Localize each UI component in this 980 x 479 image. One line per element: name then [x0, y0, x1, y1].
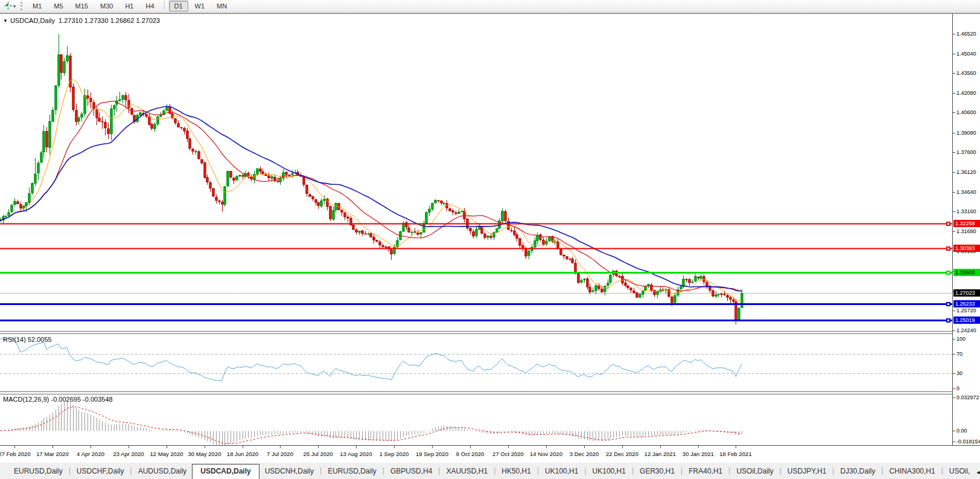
- date-axis-label: 12 Jan 2021: [644, 451, 676, 457]
- date-tick: [698, 446, 699, 448]
- chart-tab-usdcnh-daily[interactable]: USDCNH,Daily: [259, 465, 319, 479]
- date-tick: [243, 446, 243, 448]
- date-axis-label: 14 Nov 2020: [530, 451, 562, 457]
- chart-tab-eurusd-daily[interactable]: EURUSD,Daily: [8, 465, 68, 479]
- timeframe-button-m15[interactable]: M15: [70, 1, 94, 11]
- timeframe-buttons: M1M5M15M30H1H4D1W1MN: [27, 1, 233, 11]
- hline-price-tag: 1.32258: [953, 220, 980, 227]
- axis-tick: [953, 442, 955, 442]
- price-axis-label: 1.43560: [956, 70, 976, 76]
- chart-tab-dj30-daily[interactable]: DJ30,Daily: [835, 465, 880, 479]
- timeframe-button-m30[interactable]: M30: [95, 1, 118, 11]
- chart-symbol: USDCAD,Daily: [10, 17, 55, 24]
- hline-price-tag: 1.25019: [953, 317, 980, 324]
- chart-tab-usoil-[interactable]: USOil,: [944, 465, 976, 479]
- date-axis-label: 4 Apr 2020: [77, 451, 104, 457]
- axis-tick: [953, 192, 955, 193]
- chart-tab-usdcad-daily[interactable]: USDCAD,Daily: [192, 464, 259, 479]
- chart-tab-usdjpy-h1[interactable]: USDJPY,H1: [782, 465, 832, 479]
- date-tick: [622, 446, 623, 448]
- axis-tick: [953, 152, 955, 153]
- date-axis-label: 1 Sep 2020: [380, 451, 409, 457]
- price-axis-label: 1.37600: [956, 149, 976, 155]
- cursor-tool-button[interactable]: ▾: [2, 1, 18, 11]
- macd-axis-label: 0.032972: [956, 394, 979, 400]
- date-tick: [14, 446, 15, 448]
- rsi-indicator-canvas[interactable]: [0, 334, 952, 391]
- chart-window: ▼USDCAD,Daily 1.27310 1.27330 1.26862 1.…: [0, 13, 980, 462]
- date-axis-label: 19 Sep 2020: [416, 451, 448, 457]
- date-tick: [356, 446, 357, 448]
- axis-tick: [953, 397, 955, 398]
- date-axis-label: 27 Feb 2020: [0, 451, 31, 457]
- date-axis-label: 27 Oct 2020: [492, 451, 524, 457]
- axis-tick: [953, 73, 955, 74]
- axis-tick: [953, 373, 955, 374]
- rsi-axis-label: 30: [956, 370, 962, 376]
- chart-tab-eurusd-daily[interactable]: EURUSD,Daily: [322, 465, 382, 479]
- date-tick: [318, 446, 319, 448]
- chart-tab-usdchf-daily[interactable]: USDCHF,Daily: [71, 465, 130, 479]
- macd-axis-label: -0.018154: [956, 439, 980, 445]
- macd-indicator-canvas[interactable]: [0, 394, 952, 445]
- date-axis-label: 7 Jul 2020: [267, 451, 293, 457]
- axis-tick: [953, 431, 955, 431]
- chart-tab-china300-h1[interactable]: CHINA300,H1: [884, 465, 941, 479]
- rsi-axis-label: 70: [956, 351, 962, 357]
- chart-cursor-icon: [4, 2, 12, 11]
- date-tick: [736, 446, 736, 448]
- price-axis-label: 1.36120: [956, 169, 976, 175]
- chart-tab-hk50-h1[interactable]: HK50,H1: [496, 465, 536, 479]
- chart-tab-gbpusd-h4[interactable]: GBPUSD,H4: [385, 465, 438, 479]
- timeframe-button-w1[interactable]: W1: [189, 1, 211, 11]
- axis-tick: [953, 388, 955, 389]
- date-axis-label: 23 Apr 2020: [113, 451, 144, 457]
- main-price-chart-canvas[interactable]: [0, 14, 952, 331]
- chart-tab-audusd-daily[interactable]: AUDUSD,Daily: [133, 465, 192, 479]
- hline-price-tag: 1.26233: [953, 300, 980, 307]
- chart-tab-usoil-daily[interactable]: USOil,Daily: [731, 465, 778, 479]
- date-tick: [584, 446, 585, 448]
- panel-divider-rsi[interactable]: [0, 331, 952, 334]
- macd-axis-label: 0.00: [956, 428, 967, 434]
- date-axis-label: 18 Feb 2021: [719, 451, 751, 457]
- price-axis-label: 1.33160: [956, 208, 976, 214]
- axis-tick: [953, 330, 955, 331]
- axis-tick: [953, 339, 955, 339]
- axis-tick: [953, 310, 955, 311]
- price-axis-label: 1.46520: [956, 31, 976, 37]
- current-price-tag: 1.27023: [953, 289, 980, 297]
- date-axis-label: 30 Jan 2021: [682, 451, 714, 457]
- date-axis-label: 8 Oct 2020: [456, 451, 484, 457]
- top-toolbar: ▾ M1M5M15M30H1H4D1W1MN: [0, 0, 980, 13]
- timeframe-button-h1[interactable]: H1: [119, 1, 139, 11]
- axis-tick: [953, 133, 955, 133]
- timeframe-button-mn[interactable]: MN: [211, 1, 232, 11]
- tab-scroll-left-icon[interactable]: ◄: [975, 469, 980, 475]
- date-tick: [660, 446, 661, 448]
- timeframe-button-h4[interactable]: H4: [140, 1, 159, 11]
- price-axis[interactable]: 1.465201.450401.435601.420801.406001.390…: [952, 14, 980, 445]
- chart-tab-uk100-h1[interactable]: UK100,H1: [587, 465, 631, 479]
- timeframe-button-m1[interactable]: M1: [27, 1, 47, 11]
- chart-tab-uk100-h1[interactable]: UK100,H1: [539, 465, 584, 479]
- window-expand-icon[interactable]: ▼: [3, 18, 8, 24]
- date-tick: [394, 446, 395, 448]
- chart-tab-fra40-h1[interactable]: FRA40,H1: [683, 465, 728, 479]
- price-axis-label: 1.24240: [956, 327, 976, 333]
- axis-tick: [953, 112, 955, 113]
- tab-scroll-controls: ◄►: [975, 469, 980, 479]
- toolbar-grip[interactable]: [21, 2, 22, 10]
- date-axis[interactable]: 27 Feb 202017 Mar 20204 Apr 202023 Apr 2…: [0, 445, 980, 463]
- axis-tick: [953, 34, 955, 34]
- price-axis-label: 1.34640: [956, 189, 976, 195]
- date-tick: [432, 446, 433, 448]
- timeframe-button-m5[interactable]: M5: [48, 1, 68, 11]
- chart-tab-bar: EURUSD,Daily|USDCHF,Daily|AUDUSD,DailyUS…: [0, 463, 980, 479]
- cursor-tool-dropdown-icon[interactable]: ▾: [13, 4, 16, 9]
- timeframe-button-d1[interactable]: D1: [169, 1, 188, 11]
- chart-tab-ger30-h1[interactable]: GER30,H1: [634, 465, 680, 479]
- panel-divider-macd[interactable]: [0, 391, 952, 394]
- chart-tab-xauusd-h1[interactable]: XAUUSD,H1: [441, 465, 493, 479]
- price-axis-label: 1.25720: [956, 307, 976, 313]
